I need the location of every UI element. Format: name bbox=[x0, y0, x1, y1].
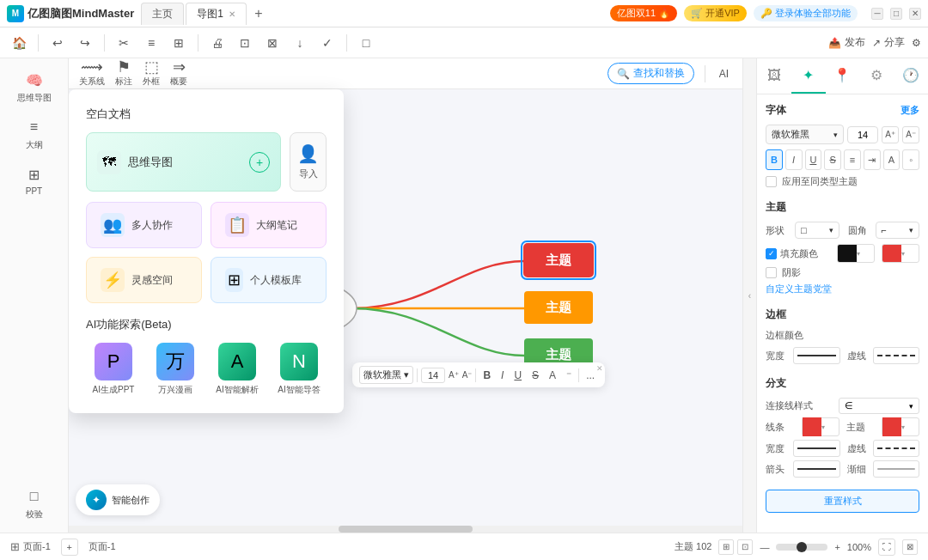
sidebar-item-mindmap[interactable]: 🧠 思维导图 bbox=[7, 65, 62, 109]
zoom-minus[interactable]: — bbox=[760, 542, 769, 552]
summary-tool[interactable]: ⇒ 概要 bbox=[170, 59, 187, 88]
tab-image[interactable]: 🖼 bbox=[757, 58, 791, 94]
fill-color-dark-picker[interactable]: ▾ bbox=[837, 244, 875, 263]
font-more-link[interactable]: 更多 bbox=[901, 104, 919, 117]
strike-button[interactable]: S bbox=[824, 149, 841, 170]
float-font-name[interactable]: 微软雅黑 ▾ bbox=[359, 366, 413, 384]
sidebar-item-validate[interactable]: □ 校验 bbox=[7, 482, 62, 526]
publish-button[interactable]: 📤 发布 bbox=[828, 35, 865, 50]
ai-ppt-button[interactable]: P AI生成PPT bbox=[86, 343, 141, 396]
tab-add-button[interactable]: + bbox=[248, 3, 269, 24]
arrow-select[interactable] bbox=[793, 460, 840, 478]
import-button[interactable]: ⊠ bbox=[260, 31, 284, 55]
new-mindmap-button[interactable]: 🗺 思维导图 + bbox=[86, 132, 281, 192]
float-strike-button[interactable]: S bbox=[528, 368, 542, 383]
zoom-plus[interactable]: + bbox=[834, 542, 839, 552]
float-close-icon[interactable]: ✕ bbox=[596, 364, 603, 373]
maximize-button[interactable]: □ bbox=[890, 8, 902, 20]
float-align-button[interactable]: A bbox=[546, 368, 559, 383]
panel-toggle-button[interactable]: ‹ bbox=[742, 58, 756, 533]
settings-button[interactable]: ⚙ bbox=[912, 37, 921, 49]
indent-button[interactable]: ⇥ bbox=[864, 149, 881, 170]
shape-select[interactable]: □ ▾ bbox=[795, 222, 839, 239]
select-all-button[interactable]: ⊞ bbox=[167, 31, 191, 55]
expand-icon[interactable]: ⊞ bbox=[718, 539, 734, 555]
apply-same-type-checkbox[interactable] bbox=[766, 176, 777, 187]
ai-analysis-button[interactable]: A AI智能解析 bbox=[210, 343, 265, 396]
mark-tool[interactable]: ⚑ 标注 bbox=[115, 59, 132, 88]
connect-style-select[interactable]: ∈ ▾ bbox=[839, 398, 920, 414]
float-italic-button[interactable]: I bbox=[498, 368, 507, 383]
float-color-button[interactable]: ⁻ bbox=[563, 368, 575, 383]
validate-button[interactable]: □ bbox=[354, 31, 378, 55]
register-button[interactable]: 🔑 登录体验全部功能 bbox=[754, 5, 858, 21]
reset-style-button[interactable]: 重置样式 bbox=[766, 490, 919, 513]
print-button[interactable]: 🖨 bbox=[205, 31, 229, 55]
fit-icon[interactable]: ⊡ bbox=[737, 539, 753, 555]
font-size-down-button[interactable]: A⁻ bbox=[902, 126, 919, 143]
export-button[interactable]: ⊡ bbox=[233, 31, 257, 55]
template-button[interactable]: ⊞ 个人模板库 bbox=[211, 257, 327, 303]
font-size-up-button[interactable]: A⁺ bbox=[882, 126, 899, 143]
check-button[interactable]: ✓ bbox=[315, 31, 339, 55]
float-font-size[interactable]: 14 bbox=[421, 368, 445, 383]
scrollbar-thumb[interactable] bbox=[339, 526, 473, 533]
fill-color-red-picker[interactable]: ▾ bbox=[882, 244, 919, 263]
home-button[interactable]: 🏠 bbox=[7, 31, 31, 55]
redo-button[interactable]: ↪ bbox=[73, 31, 97, 55]
italic-button[interactable]: I bbox=[785, 149, 803, 170]
panel-expand-button[interactable]: ⊠ bbox=[902, 539, 918, 555]
float-bold-button[interactable]: B bbox=[479, 368, 494, 383]
double11-button[interactable]: 亿图双11 🔥 bbox=[610, 5, 677, 21]
custom-theme-button[interactable]: 自定义主题党堂 bbox=[766, 283, 832, 294]
tab-location[interactable]: 📍 bbox=[826, 58, 860, 94]
minimize-button[interactable]: ─ bbox=[871, 8, 883, 20]
tab-current[interactable]: 导图1 ✕ bbox=[186, 3, 247, 25]
fill-color-checkbox[interactable]: ✓ bbox=[766, 248, 777, 259]
underline-button[interactable]: U bbox=[805, 149, 822, 170]
tab-settings[interactable]: ⚙ bbox=[859, 58, 894, 94]
font-size-input[interactable]: 14 bbox=[847, 126, 878, 143]
zoom-slider[interactable] bbox=[776, 544, 827, 551]
vip-button[interactable]: 🛒 开通VIP bbox=[684, 5, 747, 21]
add-page-button[interactable]: + bbox=[61, 539, 78, 556]
sidebar-item-ppt[interactable]: ⊞ PPT bbox=[7, 160, 62, 201]
tab-close-icon[interactable]: ✕ bbox=[229, 9, 235, 19]
tab-style[interactable]: ✦ bbox=[791, 58, 826, 94]
import-button[interactable]: 👤 导入 bbox=[290, 132, 327, 192]
collab-button[interactable]: 👥 多人协作 bbox=[86, 202, 202, 248]
cut-button[interactable]: ✂ bbox=[112, 31, 136, 55]
smart-create-button[interactable]: ✦ 智能创作 bbox=[76, 484, 160, 515]
sidebar-item-outline[interactable]: ≡ 大纲 bbox=[7, 113, 62, 156]
float-underline-button[interactable]: U bbox=[510, 368, 525, 383]
branch-width-select[interactable] bbox=[793, 440, 840, 457]
ai-comic-button[interactable]: 万 万兴漫画 bbox=[148, 343, 203, 396]
download-button[interactable]: ↓ bbox=[288, 31, 312, 55]
outline-tool[interactable]: ⬚ 外框 bbox=[143, 59, 160, 88]
fullscreen-button[interactable]: ⛶ bbox=[878, 539, 895, 556]
fill-color-button[interactable]: ◦ bbox=[902, 149, 919, 170]
font-color-button[interactable]: A bbox=[883, 149, 901, 170]
float-size-up[interactable]: A⁺ bbox=[449, 370, 459, 380]
taper-select[interactable] bbox=[873, 460, 920, 478]
branch-dash-select[interactable] bbox=[873, 440, 920, 457]
undo-button[interactable]: ↩ bbox=[46, 31, 70, 55]
paste-button[interactable]: ≡ bbox=[139, 31, 163, 55]
border-dash-select[interactable] bbox=[873, 347, 920, 364]
font-family-select[interactable]: 微软雅黑 ▾ bbox=[766, 125, 844, 144]
bold-button[interactable]: B bbox=[766, 149, 783, 170]
corner-select[interactable]: ⌐ ▾ bbox=[876, 222, 920, 239]
share-button[interactable]: ↗ 分享 bbox=[872, 35, 905, 50]
tab-home[interactable]: 主页 bbox=[141, 3, 184, 25]
close-button[interactable]: ✕ bbox=[909, 8, 921, 20]
topic-color-picker[interactable]: ▾ bbox=[882, 417, 919, 436]
align-button[interactable]: ≡ bbox=[844, 149, 861, 170]
outline-notes-button[interactable]: 📋 大纲笔记 bbox=[211, 202, 327, 248]
find-replace-button[interactable]: 🔍 查找和替换 bbox=[607, 63, 694, 84]
connect-tool[interactable]: ⟿ 关系线 bbox=[79, 59, 105, 88]
float-size-down[interactable]: A⁻ bbox=[462, 370, 473, 380]
ai-tab[interactable]: AI bbox=[716, 68, 732, 80]
shadow-checkbox[interactable] bbox=[766, 267, 777, 278]
space-button[interactable]: ⚡ 灵感空间 bbox=[86, 257, 202, 303]
ai-answer-button[interactable]: N AI智能导答 bbox=[272, 343, 327, 396]
